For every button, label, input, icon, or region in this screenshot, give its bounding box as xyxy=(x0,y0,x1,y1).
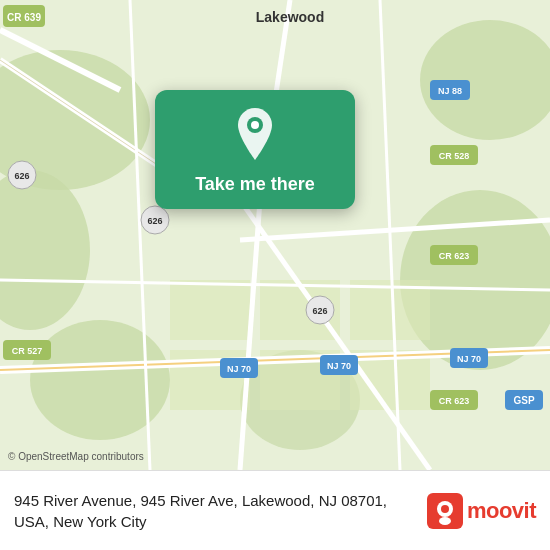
location-card[interactable]: Take me there xyxy=(155,90,355,209)
svg-text:© OpenStreetMap contributors: © OpenStreetMap contributors xyxy=(8,451,144,462)
svg-text:CR 527: CR 527 xyxy=(12,346,43,356)
svg-text:Lakewood: Lakewood xyxy=(256,9,324,25)
bottom-bar: 945 River Avenue, 945 River Ave, Lakewoo… xyxy=(0,470,550,550)
svg-text:NJ 70: NJ 70 xyxy=(327,361,351,371)
svg-text:CR 623: CR 623 xyxy=(439,251,470,261)
svg-rect-7 xyxy=(170,280,250,340)
moovit-logo: moovit xyxy=(427,493,536,529)
moovit-icon xyxy=(427,493,463,529)
take-me-there-button[interactable]: Take me there xyxy=(195,174,315,195)
svg-point-58 xyxy=(439,517,451,525)
svg-text:626: 626 xyxy=(147,216,162,226)
map-container: CR 639 626 626 626 NJ 88 CR 528 CR 623 C… xyxy=(0,0,550,470)
location-pin-icon xyxy=(231,108,279,164)
svg-text:NJ 70: NJ 70 xyxy=(457,354,481,364)
svg-point-54 xyxy=(251,121,259,129)
svg-text:626: 626 xyxy=(14,171,29,181)
svg-text:CR 528: CR 528 xyxy=(439,151,470,161)
svg-text:626: 626 xyxy=(312,306,327,316)
map-svg: CR 639 626 626 626 NJ 88 CR 528 CR 623 C… xyxy=(0,0,550,470)
svg-text:CR 623: CR 623 xyxy=(439,396,470,406)
svg-point-57 xyxy=(441,505,449,513)
svg-text:NJ 70: NJ 70 xyxy=(227,364,251,374)
svg-text:CR 639: CR 639 xyxy=(7,12,41,23)
address-text: 945 River Avenue, 945 River Ave, Lakewoo… xyxy=(14,490,417,532)
svg-text:NJ 88: NJ 88 xyxy=(438,86,462,96)
moovit-text: moovit xyxy=(467,498,536,524)
svg-text:GSP: GSP xyxy=(513,395,534,406)
